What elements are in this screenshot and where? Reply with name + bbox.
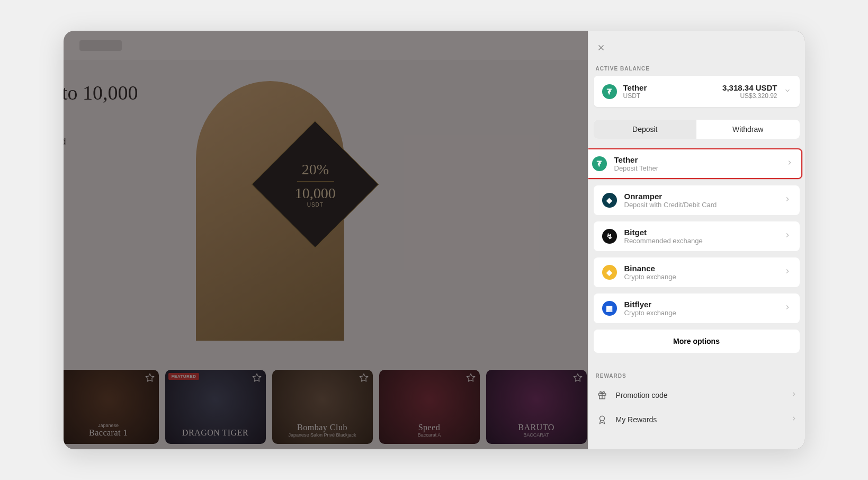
method-name: Onramper bbox=[624, 192, 776, 201]
reward-label: My Rewards bbox=[616, 415, 783, 424]
deposit-method-bitget[interactable]: ↯ Bitget Recommended exchange bbox=[594, 221, 800, 251]
favorite-icon[interactable] bbox=[573, 373, 584, 384]
rewards-label: REWARDS bbox=[594, 368, 800, 383]
tether-icon: ₮ bbox=[592, 156, 607, 171]
favorite-icon[interactable] bbox=[359, 373, 370, 384]
deposit-method-tether[interactable]: ₮ Tether Deposit Tether bbox=[588, 148, 802, 179]
balance-card[interactable]: ₮ Tether USDT 3,318.34 USDT US$3,320.92 bbox=[594, 76, 800, 107]
chevron-right-icon bbox=[784, 268, 791, 277]
more-options-button[interactable]: More options bbox=[594, 330, 800, 353]
game-title: Speed bbox=[418, 423, 441, 432]
svg-point-2 bbox=[599, 416, 604, 421]
method-desc: Deposit Tether bbox=[614, 164, 778, 172]
tab-deposit[interactable]: Deposit bbox=[594, 120, 697, 139]
bitflyer-icon: ▦ bbox=[602, 301, 617, 316]
logo-placeholder bbox=[79, 40, 122, 51]
game-card[interactable]: JapaneseBaccarat 1 bbox=[64, 370, 159, 444]
reward-my-rewards[interactable]: My Rewards bbox=[594, 407, 800, 432]
game-title: Baccarat 1 bbox=[89, 428, 128, 438]
game-title: Bombay Club bbox=[297, 423, 347, 432]
balance-usd: US$3,320.92 bbox=[722, 92, 777, 100]
balance-name: Tether bbox=[623, 83, 717, 92]
balance-amount: 3,318.34 USDT bbox=[722, 83, 777, 92]
method-desc: Recommended exchange bbox=[624, 237, 776, 245]
game-title: DRAGON TIGER bbox=[182, 428, 248, 438]
bitget-icon: ↯ bbox=[602, 229, 617, 244]
balance-symbol: USDT bbox=[623, 92, 717, 100]
badge-icon bbox=[596, 415, 609, 424]
method-name: Tether bbox=[614, 155, 778, 164]
game-title: BARUTO bbox=[518, 423, 554, 432]
deposit-method-binance[interactable]: ◆ Binance Crypto exchange bbox=[594, 257, 800, 287]
game-card[interactable]: BARUTOBACCARAT bbox=[486, 370, 587, 444]
tab-withdraw[interactable]: Withdraw bbox=[696, 120, 800, 139]
method-name: Bitget bbox=[624, 228, 776, 237]
binance-icon: ◆ bbox=[602, 265, 617, 280]
favorite-icon[interactable] bbox=[252, 373, 263, 384]
active-balance-label: ACTIVE BALANCE bbox=[594, 60, 800, 76]
favorite-icon[interactable] bbox=[466, 373, 477, 384]
method-name: Bitflyer bbox=[624, 300, 776, 309]
method-desc: Deposit with Credit/Debit Card bbox=[624, 201, 776, 209]
tether-icon: ₮ bbox=[602, 84, 617, 99]
gift-icon bbox=[596, 390, 609, 400]
chevron-right-icon bbox=[784, 304, 791, 313]
deposit-withdraw-tabs: Deposit Withdraw bbox=[594, 120, 800, 139]
chevron-right-icon bbox=[784, 232, 791, 241]
chevron-right-icon bbox=[784, 195, 791, 205]
chevron-right-icon bbox=[786, 159, 793, 168]
game-card[interactable]: Bombay ClubJapanese Salon Privé Blackjac… bbox=[272, 370, 373, 444]
deposit-method-bitflyer[interactable]: ▦ Bitflyer Crypto exchange bbox=[594, 294, 800, 323]
featured-badge: FEATURED bbox=[168, 373, 200, 380]
favorite-icon[interactable] bbox=[145, 373, 156, 384]
chevron-right-icon bbox=[790, 390, 798, 400]
game-card[interactable]: FEATUREDDRAGON TIGER bbox=[165, 370, 266, 444]
close-icon[interactable] bbox=[594, 40, 609, 55]
onramper-icon: ◆ bbox=[602, 193, 617, 208]
game-card[interactable]: SpeedBaccarat A bbox=[379, 370, 480, 444]
reward-promo-code[interactable]: Promotion code bbox=[594, 383, 800, 407]
chevron-down-icon bbox=[784, 87, 791, 96]
deposit-method-onramper[interactable]: ◆ Onramper Deposit with Credit/Debit Car… bbox=[594, 185, 800, 215]
chevron-right-icon bbox=[790, 415, 798, 424]
method-name: Binance bbox=[624, 264, 776, 273]
wallet-panel: ACTIVE BALANCE ₮ Tether USDT 3,318.34 US… bbox=[588, 31, 805, 449]
method-desc: Crypto exchange bbox=[624, 309, 776, 317]
method-desc: Crypto exchange bbox=[624, 273, 776, 281]
reward-label: Promotion code bbox=[616, 391, 783, 399]
